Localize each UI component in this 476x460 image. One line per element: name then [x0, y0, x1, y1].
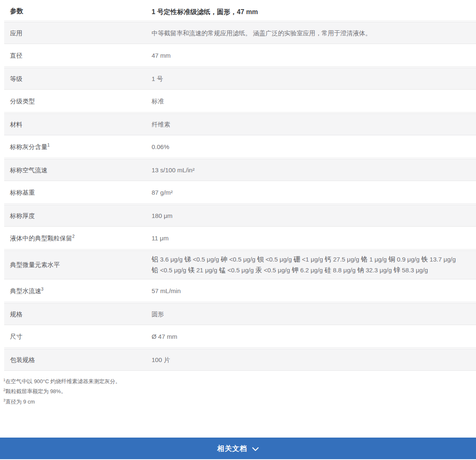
trace-element-name: 铝 [152, 256, 158, 263]
row-value: 1 号 [152, 70, 476, 88]
row-label: 等级 [4, 71, 152, 87]
trace-element-value: 13.7 μg/g [428, 256, 456, 263]
related-documents-label: 相关文档 [217, 444, 247, 453]
trace-element-name: 硅 [324, 267, 331, 274]
table-row: 典型微量元素水平铝 3.6 μg/g 锑 <0.5 μg/g 砷 <0.5 μg… [4, 250, 476, 279]
row-value: 87 g/m² [152, 184, 476, 201]
row-value: 13 s/100 mL/in² [152, 161, 476, 179]
row-label: 液体中的典型颗粒保留2 [4, 230, 152, 246]
trace-element-name: 钾 [292, 267, 299, 274]
table-row: 材料纤维素 [4, 113, 476, 135]
table-row: 标称厚度180 μm [4, 205, 476, 227]
row-label: 标称空气流速 [4, 162, 152, 178]
table-body: 应用中等截留率和流速的常规应用滤纸。 涵盖广泛的实验室应用，常用于澄清液体。直径… [4, 22, 476, 371]
trace-element-name: 铬 [361, 256, 368, 263]
row-value: Ø 47 mm [152, 328, 476, 345]
trace-element-name: 锌 [393, 267, 400, 274]
trace-element-value: 0.9 μg/g [395, 256, 421, 263]
table-row: 规格圆形 [4, 303, 476, 325]
trace-element-name: 硼 [294, 256, 300, 263]
trace-element-name: 钡 [257, 256, 264, 263]
trace-element-name: 铁 [421, 256, 428, 263]
row-value: 标准 [152, 93, 476, 110]
trace-element-name: 钠 [357, 267, 364, 274]
row-label: 标称厚度 [4, 208, 152, 224]
chevron-down-icon [252, 445, 259, 453]
row-value: 铝 3.6 μg/g 锑 <0.5 μg/g 砷 <0.5 μg/g 钡 <0.… [152, 251, 476, 279]
row-label: 标称灰分含量1 [4, 139, 152, 155]
trace-element-name: 锰 [219, 267, 226, 274]
trace-element-name: 铅 [152, 267, 158, 274]
table-row: 标称基重87 g/m² [4, 182, 476, 204]
trace-element-value: 27.5 μg/g [331, 256, 361, 263]
trace-element-value: 32.3 μg/g [364, 267, 393, 274]
related-documents-bar[interactable]: 相关文档 [0, 438, 476, 459]
trace-element-value: <0.5 μg/g [226, 267, 255, 274]
footnotes: 1在空气中以 900°C 灼烧纤维素滤器来测定灰分。2颗粒截留率额定为 98%。… [3, 376, 476, 406]
trace-element-value: <0.5 μg/g [227, 256, 257, 263]
trace-element-value: <1 μg/g [300, 256, 325, 263]
table-header-row: 参数 1 号定性标准级滤纸，圆形，47 mm [4, 0, 476, 21]
row-value: 中等截留率和流速的常规应用滤纸。 涵盖广泛的实验室应用，常用于澄清液体。 [152, 24, 476, 42]
row-label: 直径 [4, 48, 152, 64]
row-label: 规格 [4, 306, 152, 322]
row-value: 纤维素 [152, 116, 476, 133]
row-value: 100 片 [152, 351, 476, 369]
table-row: 典型水流速357 mL/min [4, 280, 476, 302]
row-label: 材料 [4, 117, 152, 132]
table-row: 分级类型标准 [4, 91, 476, 113]
trace-element-name: 镁 [188, 267, 195, 274]
row-label: 典型水流速3 [4, 283, 152, 299]
table-row: 标称灰分含量10.06% [4, 136, 476, 158]
trace-element-value: <0.5 μg/g [264, 256, 294, 263]
row-value: 47 mm [152, 47, 476, 64]
header-product-title: 1 号定性标准级滤纸，圆形，47 mm [152, 3, 476, 21]
table-row: 尺寸Ø 47 mm [4, 326, 476, 348]
trace-element-name: 锑 [184, 256, 191, 263]
row-value: 57 mL/min [152, 282, 476, 300]
row-label: 典型微量元素水平 [4, 257, 152, 273]
table-row: 液体中的典型颗粒保留211 μm [4, 228, 476, 250]
table-row: 应用中等截留率和流速的常规应用滤纸。 涵盖广泛的实验室应用，常用于澄清液体。 [4, 22, 476, 44]
row-label: 分级类型 [4, 93, 152, 109]
row-value: 圆形 [152, 306, 476, 323]
trace-element-value: 3.6 μg/g [158, 256, 184, 263]
footnote: 1在空气中以 900°C 灼烧纤维素滤器来测定灰分。 [3, 376, 476, 386]
row-label: 尺寸 [4, 329, 152, 345]
trace-element-value: 1 μg/g [368, 256, 388, 263]
table-row: 等级1 号 [4, 68, 476, 90]
trace-element-value: <0.5 μg/g [262, 267, 292, 274]
trace-element-name: 砷 [221, 256, 227, 263]
table-row: 标称空气流速13 s/100 mL/in² [4, 159, 476, 181]
trace-element-value: 8.8 μg/g [331, 267, 357, 274]
footnote: 2颗粒截留率额定为 98%。 [3, 386, 476, 396]
trace-element-value: 6.2 μg/g [299, 267, 325, 274]
row-value: 11 μm [152, 230, 476, 247]
row-label: 包装规格 [4, 352, 152, 368]
trace-element-value: 58.3 μg/g [400, 267, 428, 274]
table-row: 直径47 mm [4, 45, 476, 67]
trace-element-value: 21 μg/g [195, 267, 219, 274]
trace-element-name: 汞 [255, 267, 262, 274]
footnote: 3直径为 9 cm [3, 396, 476, 406]
trace-element-value: <0.5 μg/g [158, 267, 188, 274]
table-row: 包装规格100 片 [4, 349, 476, 371]
header-param-label: 参数 [4, 3, 152, 19]
trace-element-name: 钙 [325, 256, 331, 263]
row-label: 标称基重 [4, 185, 152, 201]
row-value: 0.06% [152, 138, 476, 156]
spec-table: 参数 1 号定性标准级滤纸，圆形，47 mm 应用中等截留率和流速的常规应用滤纸… [4, 0, 476, 371]
trace-element-name: 铜 [388, 256, 395, 263]
trace-element-value: <0.5 μg/g [191, 256, 221, 263]
row-value: 180 μm [152, 207, 476, 225]
row-label: 应用 [4, 25, 152, 41]
